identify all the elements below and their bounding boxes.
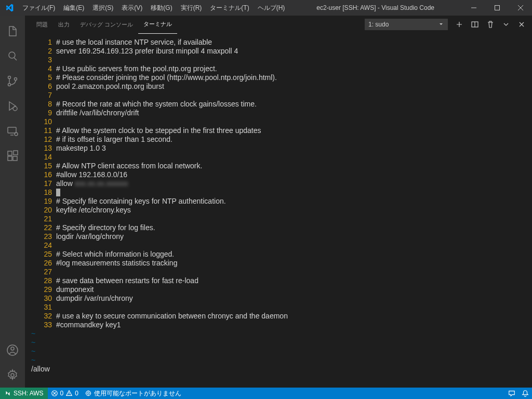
explorer-icon[interactable] (0, 19, 25, 44)
notifications-bell-icon[interactable] (518, 390, 532, 397)
extensions-icon[interactable] (0, 143, 25, 168)
menu-item[interactable]: 編集(E) (59, 4, 88, 12)
line-number: 11 (27, 126, 56, 135)
new-terminal-button[interactable] (455, 20, 463, 29)
svg-point-2 (8, 76, 11, 79)
problems-indicator[interactable]: 0 0 (48, 390, 82, 397)
split-terminal-button[interactable] (471, 20, 479, 29)
panel-tab[interactable]: 出力 (53, 16, 75, 34)
close-button[interactable] (509, 0, 532, 16)
line-number: 24 (27, 241, 56, 250)
line-number: 31 (27, 303, 56, 312)
line-number: 17 (27, 179, 56, 188)
feedback-icon[interactable] (505, 390, 518, 397)
line-number: 2 (27, 47, 56, 56)
line-content: #allow 192.168.0.0/16 (56, 170, 530, 179)
search-icon[interactable] (0, 44, 25, 69)
line-content: # Specify directory for log files. (56, 223, 530, 232)
vim-status-line: /allow (27, 365, 530, 374)
line-number: 21 (27, 215, 56, 223)
line-content: # save data between restarts for fast re… (56, 276, 530, 285)
menu-item[interactable]: 実行(R) (177, 4, 206, 12)
svg-point-3 (8, 84, 11, 86)
line-number: 23 (27, 232, 56, 241)
line-number: 25 (27, 250, 56, 259)
panel-tab[interactable]: デバッグ コンソール (75, 16, 138, 34)
line-content: dumpdir /var/run/chrony (56, 294, 530, 303)
menu-item[interactable]: 移動(G) (147, 4, 176, 12)
warning-count: 0 (75, 390, 78, 397)
terminal-line: 20keyfile /etc/chrony.keys (27, 206, 530, 215)
terminal-line: 23logdir /var/log/chrony (27, 232, 530, 241)
remote-indicator[interactable]: SSH: AWS (0, 388, 48, 399)
terminal-line: 33#commandkey key1 (27, 321, 530, 329)
terminal-line: 13makestep 1.0 3 (27, 144, 530, 153)
error-count: 0 (60, 390, 64, 397)
chevron-down-icon (438, 21, 444, 28)
line-content (56, 56, 530, 64)
vim-empty-line: ~ (27, 356, 530, 365)
terminal-selector-label: 1: sudo (368, 21, 389, 28)
line-content: # Please consider joining the pool (http… (56, 73, 530, 82)
panel-tab[interactable]: 問題 (31, 16, 53, 34)
line-number: 6 (27, 82, 56, 91)
remote-explorer-icon[interactable] (0, 118, 25, 143)
close-panel-button[interactable] (517, 20, 526, 29)
terminal-line: 31 (27, 303, 530, 312)
ports-indicator[interactable]: 使用可能なポートがありません (82, 389, 184, 398)
line-content (56, 91, 530, 100)
minimize-button[interactable] (462, 0, 485, 16)
terminal-line: 9driftfile /var/lib/chrony/drift (27, 109, 530, 117)
line-content: # Specify file containing keys for NTP a… (56, 197, 530, 206)
source-control-icon[interactable] (0, 69, 25, 94)
line-number: 10 (27, 117, 56, 126)
svg-point-17 (86, 391, 91, 396)
line-content: # Allow NTP client access from local net… (56, 162, 530, 170)
svg-point-4 (15, 78, 17, 81)
line-number: 22 (27, 223, 56, 232)
svg-rect-8 (8, 151, 12, 155)
vim-empty-line: ~ (27, 338, 530, 347)
svg-point-18 (87, 392, 89, 394)
maximize-button[interactable] (485, 0, 509, 16)
menu-item[interactable]: ヘルプ(H) (254, 4, 289, 12)
vim-empty-line: ~ (27, 329, 530, 338)
terminal-line: 3 (27, 56, 530, 64)
menu-item[interactable]: ファイル(F) (18, 4, 59, 12)
line-content: #log measurements statistics tracking (56, 259, 530, 268)
line-content: pool 2.amazon.pool.ntp.org iburst (56, 82, 530, 91)
terminal-line: 30dumpdir /var/run/chrony (27, 294, 530, 303)
line-content (56, 188, 530, 197)
menu-item[interactable]: 選択(S) (88, 4, 117, 12)
terminal-line: 28# save data between restarts for fast … (27, 276, 530, 285)
svg-point-5 (13, 107, 17, 111)
panel-chevron-down-icon[interactable] (502, 20, 510, 29)
line-content: # if its offset is larger than 1 second. (56, 135, 530, 144)
svg-rect-6 (8, 127, 16, 133)
line-number: 32 (27, 312, 56, 321)
terminal-line: 16#allow 192.168.0.0/16 (27, 170, 530, 179)
svg-point-1 (9, 52, 15, 58)
accounts-icon[interactable] (0, 338, 25, 363)
window-title: ec2-user [SSH: AWS] - Visual Studio Code (289, 4, 462, 11)
line-content: makestep 1.0 3 (56, 144, 530, 153)
terminal-line: 11# Allow the system clock to be stepped… (27, 126, 530, 135)
line-content (56, 153, 530, 162)
settings-gear-icon[interactable] (0, 363, 25, 388)
line-content: # Allow the system clock to be stepped i… (56, 126, 530, 135)
terminal-line: 24 (27, 241, 530, 250)
line-number: 27 (27, 268, 56, 276)
menu-item[interactable]: 表示(V) (117, 4, 147, 12)
line-number: 30 (27, 294, 56, 303)
kill-terminal-button[interactable] (486, 20, 495, 29)
terminal-selector-dropdown[interactable]: 1: sudo (365, 19, 448, 30)
run-debug-icon[interactable] (0, 94, 25, 118)
panel-tab[interactable]: ターミナル (138, 16, 177, 34)
line-content: # Select which information is logged. (56, 250, 530, 259)
terminal-content[interactable]: 1# use the local instance NTP service, i… (25, 34, 532, 388)
line-number: 16 (27, 170, 56, 179)
terminal-line: 10 (27, 117, 530, 126)
menu-item[interactable]: ターミナル(T) (206, 4, 253, 12)
terminal-line: 32# use a key to secure communication be… (27, 312, 530, 321)
line-number: 13 (27, 144, 56, 153)
